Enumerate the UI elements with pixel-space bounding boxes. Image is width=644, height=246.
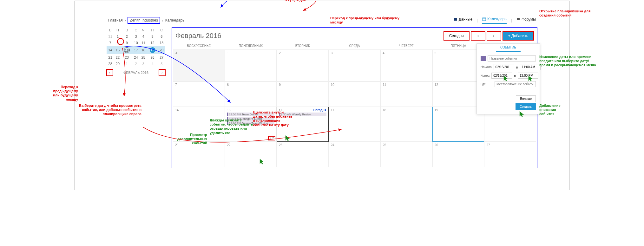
- mini-day[interactable]: 20: [158, 46, 165, 54]
- end-date-input[interactable]: [491, 73, 512, 79]
- day-number: 25: [383, 143, 386, 147]
- mini-day[interactable]: 21: [107, 54, 114, 61]
- mini-day[interactable]: 24: [132, 54, 140, 61]
- mini-day[interactable]: 16: [122, 46, 132, 54]
- where-label: Где: [481, 82, 493, 86]
- calendar-day[interactable]: 1: [225, 50, 277, 81]
- mini-day[interactable]: 2: [132, 61, 140, 67]
- mini-day[interactable]: 2: [122, 33, 132, 40]
- color-swatch[interactable]: [481, 56, 486, 61]
- calendar-day[interactable]: 3: [329, 50, 381, 81]
- mini-day[interactable]: 25: [140, 54, 147, 61]
- mini-day[interactable]: 23: [122, 54, 132, 61]
- add-event-button[interactable]: + Добавить: [503, 31, 534, 40]
- calendar-day[interactable]: 22: [225, 142, 277, 167]
- mini-day[interactable]: 15: [114, 46, 121, 54]
- anno-adddesc: Добавление описания события: [539, 104, 571, 116]
- mini-day[interactable]: 8: [114, 40, 121, 46]
- event-chip[interactable]: 12:30 PMTeam Dinner: [227, 113, 275, 116]
- crumb-home[interactable]: Главная: [108, 18, 123, 23]
- calendar-day[interactable]: 31: [173, 50, 225, 81]
- calendar-day[interactable]: 8: [225, 81, 277, 107]
- calendar-day[interactable]: 18: [380, 107, 432, 142]
- tab-data[interactable]: Данные: [454, 17, 472, 23]
- mini-day[interactable]: 3: [140, 61, 147, 67]
- calendar-day[interactable]: 25: [380, 142, 432, 167]
- calendar-day[interactable]: 21: [173, 142, 225, 167]
- mini-day[interactable]: 31: [107, 33, 114, 40]
- mini-dow: В: [107, 27, 114, 33]
- mini-day[interactable]: 18: [140, 46, 147, 54]
- event-chip[interactable]: 6:30 PMManager's Lunch: [227, 117, 275, 121]
- mini-day[interactable]: 17: [132, 46, 140, 54]
- mini-day[interactable]: 5: [158, 61, 165, 67]
- create-button[interactable]: Создать: [516, 103, 536, 110]
- day-number: 12: [435, 83, 438, 87]
- calendar-day[interactable]: 16Сегодня9:30 AMWeekly Review: [277, 107, 329, 142]
- calendar-day[interactable]: 26: [432, 142, 484, 167]
- event-chip[interactable]: 9:30 AMWeekly Review: [279, 113, 326, 116]
- day-number: 7: [175, 83, 177, 87]
- start-date-input[interactable]: [494, 64, 514, 70]
- mini-day[interactable]: 27: [158, 54, 165, 61]
- mini-day[interactable]: 22: [114, 54, 121, 61]
- mini-dow: П: [147, 27, 158, 33]
- mini-day[interactable]: 26: [147, 54, 158, 61]
- mini-day[interactable]: 19: [147, 46, 158, 54]
- next-month-button[interactable]: ›: [487, 31, 501, 40]
- event-chip[interactable]: 12:00 PMDesign Team Workin...: [227, 121, 275, 125]
- mini-day[interactable]: 9: [122, 40, 132, 46]
- mini-day[interactable]: 13: [158, 40, 165, 46]
- end-time-input[interactable]: [518, 73, 538, 79]
- mini-dow: В: [122, 27, 132, 33]
- mini-calendar: ВПВСЧПС 31123456789101112131415161718192…: [107, 27, 165, 168]
- mini-day[interactable]: 28: [107, 61, 114, 67]
- mini-day[interactable]: 29: [114, 61, 121, 67]
- mini-day[interactable]: 1: [122, 61, 132, 67]
- mini-day[interactable]: 5: [147, 33, 158, 40]
- event-name-input[interactable]: [488, 55, 536, 62]
- calendar-day[interactable]: 2: [277, 50, 329, 81]
- breadcrumb: Главная Zenith Industries Календарь: [108, 17, 184, 23]
- prev-month-button[interactable]: ‹: [471, 31, 485, 40]
- mini-day[interactable]: 4: [147, 61, 158, 67]
- start-time-input[interactable]: [520, 64, 541, 70]
- mini-prev-button[interactable]: ‹: [107, 69, 113, 76]
- at-label: в: [516, 65, 518, 69]
- mini-day[interactable]: 6: [158, 33, 165, 40]
- calendar-day[interactable]: 10: [329, 81, 381, 107]
- tab-calendar[interactable]: Календарь: [482, 17, 507, 24]
- svg-rect-1: [483, 18, 486, 21]
- mini-day[interactable]: 12: [147, 40, 158, 46]
- calendar-day[interactable]: 1512:30 PMTeam Dinner6:30 PMManager's Lu…: [225, 107, 277, 142]
- day-number: 27: [486, 143, 490, 147]
- more-events-button[interactable]: + 2: [268, 136, 275, 140]
- mini-day[interactable]: 7: [107, 40, 114, 46]
- calendar-day[interactable]: 23: [277, 142, 329, 167]
- calendar-day[interactable]: 7: [173, 81, 225, 107]
- anno-changedate: Изменение даты или времени: введите или …: [539, 55, 596, 68]
- mini-day[interactable]: 10: [132, 40, 140, 46]
- mini-day[interactable]: 4: [140, 33, 147, 40]
- tab-forums[interactable]: Форумы: [516, 17, 536, 23]
- more-button[interactable]: Больше: [516, 95, 536, 102]
- mini-day[interactable]: 11: [140, 40, 147, 46]
- crumb-project[interactable]: Zenith Industries: [128, 17, 160, 23]
- weekday-label: ВОСКРЕСЕНЬЕ: [173, 44, 225, 48]
- calendar-day[interactable]: 14: [173, 107, 225, 142]
- crumb-calendar[interactable]: Календарь: [165, 18, 185, 23]
- calendar-day[interactable]: 27: [484, 142, 536, 167]
- calendar-day[interactable]: 17: [329, 107, 381, 142]
- mini-next-button[interactable]: ›: [159, 69, 165, 76]
- calendar-day[interactable]: 4: [380, 50, 432, 81]
- mini-day[interactable]: 1: [114, 33, 121, 40]
- calendar-day[interactable]: 9: [277, 81, 329, 107]
- popover-tab[interactable]: СОБЫТИЕ: [496, 44, 521, 52]
- location-input[interactable]: [495, 81, 536, 87]
- mini-day[interactable]: 3: [132, 33, 140, 40]
- mini-day[interactable]: 14: [107, 46, 114, 54]
- today-button[interactable]: Сегодня: [444, 31, 469, 40]
- anno-open: Открытие планировщика для создания событ…: [539, 9, 596, 17]
- calendar-day[interactable]: 11: [380, 81, 432, 107]
- calendar-day[interactable]: 24: [329, 142, 381, 167]
